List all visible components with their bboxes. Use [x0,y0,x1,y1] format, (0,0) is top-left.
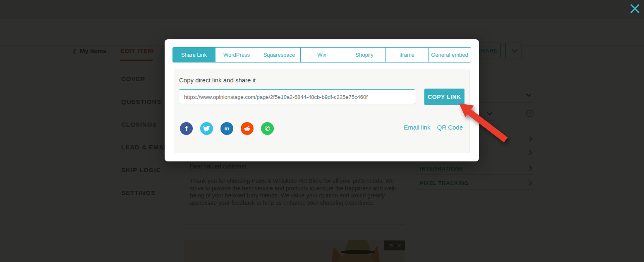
app-window: ❮My Items EDIT ITEM VIEW RESULTS LAST SA… [0,0,644,262]
tab-wordpress[interactable]: WordPress [215,47,258,62]
tab-squarespace[interactable]: Squarespace [258,47,301,62]
close-overlay-button[interactable] [630,3,640,14]
share-tabs: Share Link WordPress Squarespace Wix Sho… [172,47,471,62]
copy-link-button[interactable]: COPY LINK [424,89,464,105]
social-share-row: f in ✆ [180,122,274,135]
twitter-icon[interactable] [200,122,213,135]
facebook-icon[interactable]: f [180,122,193,135]
qr-code-link[interactable]: QR Code [437,124,463,131]
tab-wix[interactable]: Wix [300,47,343,62]
linkedin-icon[interactable]: in [220,122,233,135]
share-link-section: Copy direct link and share it COPY LINK … [174,70,470,153]
share-dialog: Share Link WordPress Squarespace Wix Sho… [165,39,479,161]
extra-share-links: Email link QR Code [404,124,463,131]
tab-share-link[interactable]: Share Link [172,47,215,62]
email-link[interactable]: Email link [404,124,430,131]
reddit-icon[interactable] [241,122,254,135]
tab-iframe[interactable]: iframe [385,47,429,62]
close-icon [631,5,639,12]
tab-general-embed[interactable]: General embed [428,47,471,62]
tab-shopify[interactable]: Shopify [343,47,386,62]
share-url-input[interactable] [179,89,415,104]
whatsapp-icon[interactable]: ✆ [261,122,274,135]
copy-instruction: Copy direct link and share it [179,77,256,84]
